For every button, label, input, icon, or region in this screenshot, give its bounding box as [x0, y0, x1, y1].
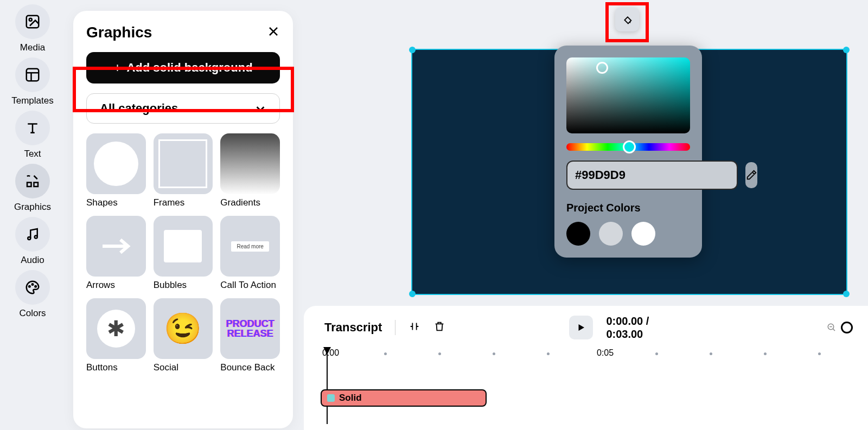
timeline-track[interactable]: Solid — [319, 389, 853, 408]
split-button[interactable] — [409, 320, 420, 335]
resize-handle-tr[interactable] — [843, 47, 850, 53]
play-button[interactable] — [569, 316, 593, 339]
ruler-tick — [493, 352, 495, 355]
tile-shapes[interactable]: Shapes — [86, 133, 146, 208]
tile-cta[interactable]: Call To Action — [220, 216, 280, 291]
svg-point-4 — [35, 236, 37, 239]
tile-label: Social — [154, 362, 213, 373]
ruler-tick — [655, 352, 658, 355]
tile-gradients[interactable]: Gradients — [220, 133, 280, 208]
sidebar-item-label: Colors — [19, 308, 46, 319]
ruler-tick — [384, 352, 387, 355]
swatch-black[interactable] — [566, 222, 590, 246]
tile-label: Frames — [154, 197, 213, 208]
svg-point-5 — [29, 286, 30, 287]
time-total: 0:03.00 — [606, 328, 643, 340]
color-picker-popover: Project Colors — [554, 46, 702, 258]
timeline-zoom[interactable] — [827, 322, 853, 333]
saturation-value-box[interactable] — [566, 57, 690, 133]
play-icon — [576, 323, 586, 332]
tile-label: Bounce Back — [220, 362, 280, 373]
sidebar-item-label: Templates — [11, 95, 53, 106]
svg-point-6 — [32, 284, 34, 285]
clip-solid[interactable]: Solid — [321, 389, 487, 407]
ruler-tick — [438, 352, 441, 355]
tile-bounce[interactable]: PRODUCT RELEASEBounce Back — [220, 298, 280, 373]
sidebar-item-label: Media — [20, 42, 45, 53]
swatch-white[interactable] — [631, 222, 655, 246]
sidebar-item-media[interactable]: Media — [15, 4, 50, 53]
palette-icon — [15, 270, 50, 305]
sidebar-item-colors[interactable]: Colors — [15, 270, 50, 319]
hex-input[interactable] — [566, 161, 738, 190]
hue-slider[interactable] — [566, 143, 690, 151]
bubbles-thumbnail — [154, 216, 213, 277]
shapes-thumbnail — [86, 133, 146, 194]
swatch-grey[interactable] — [599, 222, 623, 246]
tile-frames[interactable]: Frames — [154, 133, 213, 208]
graphics-grid: Shapes Frames Gradients Arrows Bubbles C… — [86, 133, 280, 373]
tile-label: Gradients — [220, 197, 280, 208]
trash-icon — [433, 320, 445, 332]
eyedropper-icon — [745, 169, 757, 181]
resize-handle-tl[interactable] — [409, 47, 416, 53]
split-icon — [409, 320, 420, 332]
tile-arrows[interactable]: Arrows — [86, 216, 146, 291]
project-colors-label: Project Colors — [566, 202, 690, 214]
timecode: 0:00.00 / 0:03.00 — [606, 315, 649, 341]
category-dropdown[interactable]: All categories — [86, 93, 280, 124]
category-label: All categories — [100, 101, 178, 115]
transcript-label: Transcript — [324, 320, 382, 335]
resize-handle-bl[interactable] — [409, 291, 416, 297]
audio-icon — [15, 217, 50, 252]
hue-handle[interactable] — [623, 140, 636, 153]
buttons-thumbnail — [86, 298, 146, 359]
ruler-tick — [764, 352, 767, 355]
cta-thumbnail — [220, 216, 280, 277]
sidebar-item-label: Graphics — [14, 202, 51, 213]
delete-button[interactable] — [433, 320, 445, 335]
clip-label: Solid — [339, 393, 362, 403]
playhead[interactable] — [327, 348, 328, 424]
tile-label: Shapes — [86, 197, 146, 208]
close-icon — [267, 25, 280, 38]
add-solid-background-button[interactable]: + Add solid background — [86, 52, 280, 84]
timeline-panel: Transcript 0:00.00 / 0:03.00 0:00 0:0 — [304, 306, 868, 430]
tile-label: Call To Action — [220, 280, 280, 291]
sidebar-item-text[interactable]: Text — [15, 111, 50, 159]
tile-buttons[interactable]: Buttons — [86, 298, 146, 373]
sidebar-item-label: Audio — [21, 255, 44, 266]
resize-handle-br[interactable] — [843, 291, 850, 297]
sidebar-item-audio[interactable]: Audio — [15, 217, 50, 266]
svg-point-7 — [35, 286, 36, 287]
eyedropper-button[interactable] — [745, 162, 757, 188]
divider — [395, 320, 395, 335]
sidebar-item-label: Text — [24, 149, 41, 159]
transcript-button[interactable]: Transcript — [319, 320, 382, 335]
add-bg-label: Add solid background — [126, 61, 252, 75]
close-button[interactable] — [267, 25, 280, 40]
sidebar-item-templates[interactable]: Templates — [11, 57, 53, 106]
time-current: 0:00.00 — [606, 315, 643, 327]
ruler-mark-5: 0:05 — [597, 348, 614, 358]
timeline-ruler[interactable]: 0:00 0:05 — [319, 348, 853, 364]
fill-color-button[interactable] — [615, 8, 639, 31]
graphics-panel: Graphics + Add solid background All cate… — [73, 11, 293, 428]
tile-label: Bubbles — [154, 280, 213, 291]
zoom-handle[interactable] — [841, 322, 853, 333]
canvas-area: Project Colors — [304, 0, 868, 304]
sidebar-item-graphics[interactable]: Graphics — [14, 164, 51, 213]
templates-icon — [15, 57, 50, 92]
tile-bubbles[interactable]: Bubbles — [154, 216, 213, 291]
ruler-tick — [547, 352, 550, 355]
text-icon — [15, 111, 50, 145]
plus-icon: + — [113, 60, 121, 75]
social-thumbnail — [154, 298, 213, 359]
tile-label: Arrows — [86, 280, 146, 291]
graphics-icon — [15, 164, 50, 198]
zoom-out-icon — [827, 323, 837, 332]
sidebar: Media Templates Text Graphics Audio Colo… — [0, 0, 65, 430]
tile-social[interactable]: Social — [154, 298, 213, 373]
ruler-mark-0: 0:00 — [322, 348, 339, 358]
sv-handle[interactable] — [596, 62, 608, 74]
